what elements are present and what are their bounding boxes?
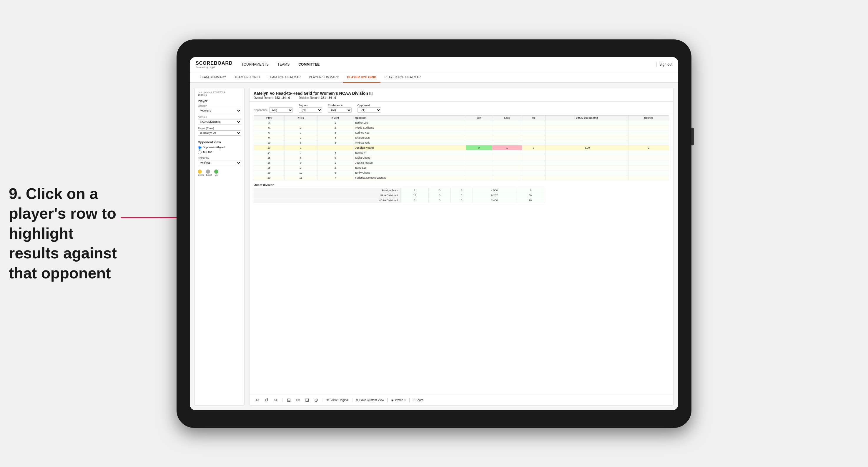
out-division-row[interactable]: NAIA Division 1 15 0 0 9.267 30 [254,193,544,198]
logo: SCOREBOARD Powered by clippd [196,61,233,68]
step-number: 9. [9,185,22,202]
tab-team-h2h-heatmap[interactable]: TEAM H2H HEATMAP [264,72,305,83]
table-body: 3 1 Esther Lee 5 2 2 Alexis Sudjianto 6 … [254,120,669,180]
watch-button[interactable]: ◉ Watch ▾ [391,399,406,402]
table-row[interactable]: 13 1 Jessica Huang 0 1 0 -3.00 2 [254,145,669,150]
player-section-title: Player [198,99,241,103]
eye-icon: 👁 [326,399,329,402]
col-opponent: Opponent [353,115,466,120]
col-conf: # Conf [317,115,353,120]
toolbar-sep3: | [351,397,353,403]
col-div: # Div [254,115,284,120]
colour-by-label: Colour by [198,157,241,159]
colour-level: Level [206,169,212,176]
nav-bar: SCOREBOARD Powered by clippd TOURNAMENTS… [190,57,678,72]
nav-teams[interactable]: TEAMS [277,61,289,68]
nav-committee[interactable]: COMMITTEE [298,61,319,68]
opponent-filter[interactable]: (All) [358,107,381,113]
timestamp: Last Updated: 27/03/2024 16:55:38 [198,91,241,96]
toolbar-sep4: | [387,397,388,403]
tab-player-h2h-heatmap[interactable]: PLAYER H2H HEATMAP [380,72,425,83]
out-division-body: Foreign Team 1 0 0 4.500 2 NAIA Division… [254,188,544,203]
crop-button[interactable]: ⊡ [304,397,310,403]
division-record: Division Record: 331 - 34 - 6 [299,96,336,99]
division-select[interactable]: NCAA Division III [198,119,241,124]
region-filter[interactable]: (All) [299,107,322,113]
share-button[interactable]: ⤴ Share [413,399,424,402]
sub-nav: TEAM SUMMARY TEAM H2H GRID TEAM H2H HEAT… [190,72,678,83]
sign-out-button[interactable]: Sign out [659,62,672,66]
redo-button[interactable]: ↺ [264,397,270,403]
table-row[interactable]: 16 9 1 Jessica Mason [254,160,669,165]
toolbar-sep5: | [409,397,410,403]
division-label: Division [198,116,241,119]
tablet-frame: SCOREBOARD Powered by clippd TOURNAMENTS… [177,39,691,428]
toolbar-sep2: | [322,397,323,403]
conference-filter[interactable]: (All) [328,107,351,113]
col-diff: Diff Av Strokes/Rnd [545,115,628,120]
left-panel: Last Updated: 27/03/2024 16:55:38 Player… [194,88,245,405]
toolbar-sep1: | [282,397,283,403]
table-row[interactable]: 15 8 5 Stella Cheng [254,155,669,160]
grid-title: Katelyn Vo Head-to-Head Grid for Women's… [254,91,669,96]
gender-label: Gender [198,104,241,107]
save-custom-button[interactable]: ⊕ Save Custom View [356,399,384,402]
colour-dot-up [214,169,218,174]
col-win: Win [466,115,492,120]
table-header-row: # Div # Reg # Conf Opponent Win Loss Tie… [254,115,669,120]
right-panel: Katelyn Vo Head-to-Head Grid for Women's… [249,88,674,405]
tab-player-h2h-grid[interactable]: PLAYER H2H GRID [343,72,380,83]
logo-title: SCOREBOARD [196,61,233,66]
table-row[interactable]: 6 1 3 Sydney Kuo [254,130,669,135]
colour-dot-down [198,169,202,174]
col-reg: # Reg [284,115,317,120]
opponent-view-options: Opponents Played Top 100 [198,146,241,154]
gender-select[interactable]: Women's [198,108,241,113]
out-division-row[interactable]: NCAA Division 2 5 0 0 7.400 10 [254,198,544,203]
player-rank-select[interactable]: 8. Katelyn Vo [198,130,241,136]
opponents-played-option[interactable]: Opponents Played [198,146,241,150]
tab-player-summary[interactable]: PLAYER SUMMARY [305,72,343,83]
table-row[interactable]: 19 10 6 Emily Chang [254,170,669,175]
undo-button[interactable]: ↩ [254,397,260,403]
instruction-text: 9. Click on a player's row to highlight … [9,184,121,283]
colour-section: Colour by Win/loss Down Level [198,157,241,176]
nav-separator: | [656,62,657,67]
table-row[interactable]: 5 2 2 Alexis Sudjianto [254,125,669,130]
colour-down: Down [198,169,204,176]
table-row[interactable]: 3 1 Esther Lee [254,120,669,125]
save-icon: ⊕ [356,399,358,402]
col-loss: Loss [492,115,522,120]
table-row[interactable]: 14 7 4 Eunice Yi [254,150,669,155]
colour-legend: Down Level Up [198,169,241,176]
h2h-table: # Div # Reg # Conf Opponent Win Loss Tie… [254,115,669,180]
table-row[interactable]: 9 1 4 Sharon Mun [254,135,669,140]
out-division-row[interactable]: Foreign Team 1 0 0 4.500 2 [254,188,544,193]
colour-by-select[interactable]: Win/loss [198,160,241,165]
forward-button[interactable]: ↪ [273,397,279,403]
top100-option[interactable]: Top 100 [198,150,241,154]
watch-icon: ◉ [391,399,394,402]
grid-button[interactable]: ⊞ [286,397,292,403]
table-row[interactable]: 20 11 7 Federica Domecq Lacroze [254,175,669,180]
filter-row: Opponents: (All) Region (All) Conference… [249,101,673,115]
tablet-screen: SCOREBOARD Powered by clippd TOURNAMENTS… [190,57,678,410]
opponents-filter[interactable]: (All) [269,107,293,113]
opponent-view-title: Opponent view [198,141,241,144]
table-row[interactable]: 18 2 2 Euna Lee [254,165,669,170]
refresh-button[interactable]: ⊙ [313,397,319,403]
grid-records: Overall Record: 353 - 34 - 6 Division Re… [254,96,669,99]
grid-header: Katelyn Vo Head-to-Head Grid for Women's… [249,88,673,101]
main-content: Last Updated: 27/03/2024 16:55:38 Player… [190,83,678,410]
data-table-container: # Div # Reg # Conf Opponent Win Loss Tie… [249,115,673,395]
tab-team-h2h-grid[interactable]: TEAM H2H GRID [230,72,264,83]
cut-button[interactable]: ✂ [295,397,301,403]
share-icon: ⤴ [413,399,414,402]
out-of-division-title: Out of division [254,183,669,187]
opponent-view: Opponent view Opponents Played Top 100 [198,141,241,154]
tab-team-summary[interactable]: TEAM SUMMARY [196,72,230,83]
nav-tournaments[interactable]: TOURNAMENTS [242,61,269,68]
instruction-body: Click on a player's row to highlight res… [9,185,117,282]
view-original-button[interactable]: 👁 View: Original [326,399,349,402]
table-row[interactable]: 10 6 3 Andrea York [254,140,669,145]
